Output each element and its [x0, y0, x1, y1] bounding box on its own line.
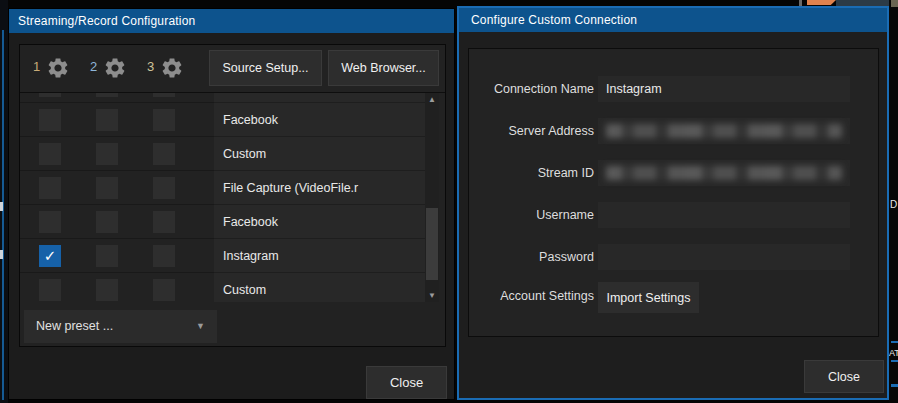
- preset-number-3: 3: [147, 59, 154, 74]
- gear-icon[interactable]: [103, 56, 127, 80]
- list-item[interactable]: Custom: [20, 137, 431, 171]
- close-button[interactable]: Close: [804, 360, 884, 393]
- list-item[interactable]: ✓ Instagram: [20, 239, 431, 273]
- connection-name-input[interactable]: Instagram: [598, 76, 850, 102]
- checkbox[interactable]: [153, 143, 175, 165]
- list-item[interactable]: File Capture (VideoFile.r: [20, 171, 431, 205]
- username-row: Username: [469, 202, 878, 228]
- scroll-up-icon[interactable]: ▲: [425, 94, 439, 106]
- background-blue-dash: [891, 360, 898, 362]
- dialog-titlebar[interactable]: Streaming/Record Configuration: [9, 9, 454, 33]
- checkbox[interactable]: [39, 279, 61, 301]
- background-text-fragment: AT: [889, 348, 898, 358]
- checkbox[interactable]: [39, 109, 61, 131]
- checkbox[interactable]: [39, 177, 61, 199]
- checkbox[interactable]: [153, 211, 175, 233]
- list-item-label: Facebook: [223, 205, 278, 239]
- list-item-label: File Capture (VideoFile.r: [223, 171, 358, 205]
- password-input[interactable]: [598, 244, 850, 270]
- connection-name-label: Connection Name: [469, 76, 594, 102]
- list-item[interactable]: Custom: [20, 273, 431, 302]
- background-text-fragment: D: [890, 200, 897, 210]
- checkbox[interactable]: [96, 211, 118, 233]
- list-item[interactable]: Facebook: [20, 205, 431, 239]
- list-scrollbar[interactable]: ▲ ▼: [425, 93, 439, 302]
- account-settings-label: Account Settings: [469, 283, 594, 309]
- gear-icon[interactable]: [160, 56, 184, 80]
- list-item-label: Facebook: [223, 103, 278, 137]
- new-preset-label: New preset ...: [36, 310, 113, 343]
- background-fragment: [0, 202, 3, 211]
- scrollbar-thumb[interactable]: [426, 208, 438, 280]
- configuration-panel: 1 2 3 Source Setup... Web Browser...: [19, 44, 446, 347]
- preset-number-1: 1: [33, 59, 40, 74]
- list-item-label: Instagram: [223, 239, 279, 273]
- chevron-down-icon: ▼: [196, 310, 205, 343]
- checkbox[interactable]: [153, 177, 175, 199]
- background-orange-fragment: [807, 0, 836, 5]
- redacted-value: [606, 124, 842, 138]
- connection-name-value: Instagram: [598, 76, 850, 102]
- password-label: Password: [469, 244, 594, 270]
- import-settings-button[interactable]: Import Settings: [598, 282, 699, 313]
- list-item-label: Custom: [223, 137, 266, 171]
- list-item-label: Custom: [223, 273, 266, 302]
- checkbox-checked[interactable]: ✓: [39, 245, 61, 267]
- background-fragment: [0, 250, 3, 259]
- password-row: Password: [469, 244, 878, 270]
- background-right-edge: D AT: [889, 0, 898, 403]
- screenshot-stage: D AT Streaming/Record Configuration 1 2 …: [0, 0, 898, 403]
- preset-toolbar: 1 2 3 Source Setup... Web Browser...: [20, 45, 445, 92]
- checkbox[interactable]: [39, 143, 61, 165]
- checkbox[interactable]: [96, 143, 118, 165]
- checkbox[interactable]: [96, 177, 118, 199]
- dialog-title: Configure Custom Connection: [471, 13, 637, 27]
- stream-id-label: Stream ID: [469, 160, 594, 186]
- web-browser-button[interactable]: Web Browser...: [328, 50, 439, 86]
- checkbox[interactable]: [153, 92, 175, 97]
- background-left-edge: [0, 0, 8, 403]
- stream-id-row: Stream ID: [469, 160, 878, 186]
- username-label: Username: [469, 202, 594, 228]
- destination-rows: Facebook Custom File Capture (VideoFile.…: [20, 92, 431, 302]
- server-address-row: Server Address: [469, 118, 878, 144]
- checkbox[interactable]: [96, 245, 118, 267]
- dialog-titlebar[interactable]: Configure Custom Connection: [459, 8, 887, 32]
- gear-icon[interactable]: [46, 56, 70, 80]
- checkbox[interactable]: [153, 245, 175, 267]
- connection-name-row: Connection Name Instagram: [469, 76, 878, 102]
- background-blue-dash: [891, 384, 898, 387]
- checkbox[interactable]: [96, 279, 118, 301]
- close-button[interactable]: Close: [366, 366, 447, 399]
- source-setup-button[interactable]: Source Setup...: [209, 50, 322, 86]
- list-item[interactable]: Facebook: [20, 103, 431, 137]
- new-preset-dropdown[interactable]: New preset ... ▼: [24, 310, 217, 343]
- redacted-value: [606, 166, 842, 180]
- checkbox[interactable]: [153, 279, 175, 301]
- configure-custom-connection-dialog: Configure Custom Connection Connection N…: [457, 6, 889, 400]
- stream-id-input[interactable]: [598, 160, 850, 186]
- dialog-title: Streaming/Record Configuration: [18, 14, 195, 28]
- username-input[interactable]: [598, 202, 850, 228]
- checkbox[interactable]: [96, 109, 118, 131]
- server-address-input[interactable]: [598, 118, 850, 144]
- background-blue-dash: [891, 341, 898, 343]
- preset-number-2: 2: [90, 59, 97, 74]
- destination-list: Facebook Custom File Capture (VideoFile.…: [20, 92, 445, 302]
- background-blue-line: [2, 30, 4, 400]
- checkbox[interactable]: [96, 92, 118, 97]
- connection-form-panel: Connection Name Instagram Server Address…: [468, 48, 879, 337]
- checkbox[interactable]: [153, 109, 175, 131]
- scroll-down-icon[interactable]: ▼: [425, 290, 439, 302]
- background-corner-fragment: [891, 0, 898, 7]
- checkbox[interactable]: [39, 92, 61, 97]
- checkbox[interactable]: [39, 211, 61, 233]
- server-address-label: Server Address: [469, 118, 594, 144]
- list-item[interactable]: [20, 92, 431, 103]
- streaming-record-configuration-dialog: Streaming/Record Configuration 1 2 3 Sou…: [8, 8, 455, 400]
